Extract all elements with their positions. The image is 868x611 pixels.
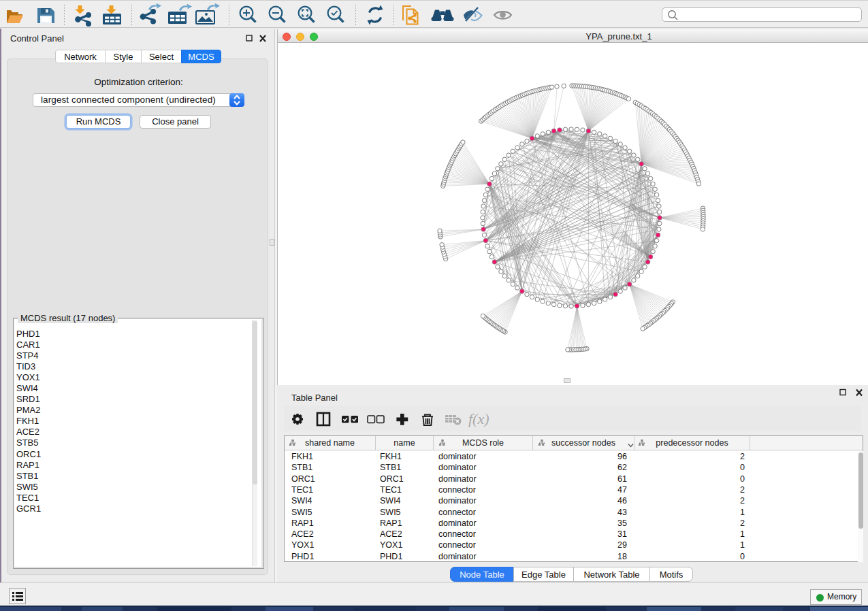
svg-text:f(x): f(x) <box>468 410 489 427</box>
